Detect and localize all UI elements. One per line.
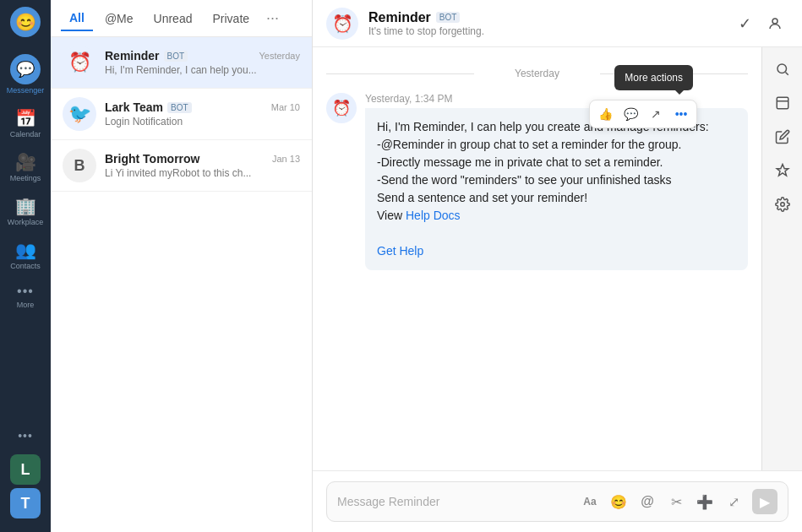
- sidebar-item-workplace[interactable]: 🏢 Workplace: [0, 189, 51, 233]
- bot-badge: BOT: [164, 51, 188, 62]
- chat-item-info: Reminder BOT Yesterday Hi, I'm Reminder,…: [105, 49, 300, 76]
- scissors-button[interactable]: ✂: [664, 490, 688, 513]
- chat-item-header: Reminder BOT Yesterday: [105, 49, 300, 62]
- svg-line-2: [785, 72, 788, 74]
- header-bot-badge: BOT: [436, 12, 461, 23]
- chat-main: ⏰ Reminder BOT It's time to stop forgett…: [313, 0, 802, 532]
- list-item[interactable]: 🐦 Lark Team BOT Mar 10 Login Notificatio…: [51, 89, 312, 140]
- chat-list-panel: All @Me Unread Private ··· ⏰ Reminder BO…: [51, 0, 313, 532]
- chat-item-preview: Hi, I'm Reminder, I can help you...: [105, 64, 300, 76]
- input-tools: Aa 😊 @ ✂ ➕ ⤢: [578, 490, 745, 513]
- avatar: B: [63, 149, 96, 182]
- edit-toolbar-button[interactable]: [767, 122, 798, 152]
- avatar: ⏰: [63, 46, 96, 79]
- message-content: Yesterday, 1:34 PM 👍 💬 ↗ ••• More action…: [365, 93, 748, 270]
- chat-item-header: Lark Team BOT Mar 10: [105, 100, 300, 114]
- send-button[interactable]: ▶: [752, 489, 777, 514]
- chat-item-preview: Login Notification: [105, 116, 300, 128]
- input-area: Aa 😊 @ ✂ ➕ ⤢ ▶: [313, 470, 802, 532]
- messages-area: Yesterday ⏰ Yesterday, 1:34 PM 👍 💬 ↗ •••: [313, 47, 761, 470]
- message-bubble: 👍 💬 ↗ ••• More actions Hi, I'm Reminder,…: [365, 108, 748, 270]
- message-text: Hi, I'm Reminder, I can help you create …: [377, 120, 709, 222]
- chat-header-avatar: ⏰: [326, 8, 358, 40]
- search-toolbar-button[interactable]: [767, 54, 798, 84]
- sidebar-item-more[interactable]: ••• More: [0, 277, 51, 316]
- settings-toolbar-button[interactable]: [767, 189, 798, 220]
- chat-item-name: Lark Team BOT: [105, 100, 192, 114]
- chat-list-more-button[interactable]: ···: [261, 6, 284, 30]
- list-item[interactable]: ⏰ Reminder BOT Yesterday Hi, I'm Reminde…: [51, 37, 312, 89]
- sidebar-bottom: ••• L T: [10, 421, 41, 525]
- messenger-icon: 💬: [10, 54, 41, 84]
- chat-items: ⏰ Reminder BOT Yesterday Hi, I'm Reminde…: [51, 37, 312, 532]
- meetings-icon: 🎥: [15, 152, 36, 172]
- apps-grid-button[interactable]: •••: [10, 421, 41, 451]
- chat-item-name: Bright Tomorrow: [105, 152, 200, 166]
- chat-header-info: Reminder BOT It's time to stop forgettin…: [368, 10, 721, 37]
- chat-list-tabs: All @Me Unread Private ···: [51, 0, 312, 37]
- font-size-button[interactable]: Aa: [578, 490, 602, 513]
- chat-item-time: Yesterday: [259, 51, 300, 61]
- chat-item-name: Reminder BOT: [105, 49, 188, 62]
- sidebar-item-meetings[interactable]: 🎥 Meetings: [0, 145, 51, 189]
- sidebar-item-workplace-label: Workplace: [8, 218, 43, 226]
- chat-item-header: Bright Tomorrow Jan 13: [105, 152, 300, 166]
- right-toolbar: [761, 47, 802, 470]
- calendar-icon: 📅: [15, 108, 36, 128]
- svg-point-0: [772, 19, 777, 24]
- chat-item-info: Lark Team BOT Mar 10 Login Notification: [105, 100, 300, 128]
- sidebar-item-contacts[interactable]: 👥 Contacts: [0, 233, 51, 277]
- chat-item-preview: Li Yi invited myRobot to this ch...: [105, 167, 300, 179]
- message-row: ⏰ Yesterday, 1:34 PM 👍 💬 ↗ ••• More acti…: [326, 93, 748, 270]
- expand-button[interactable]: ⤢: [722, 490, 745, 513]
- tab-private[interactable]: Private: [204, 7, 258, 30]
- emoji-react-button[interactable]: 👍: [593, 102, 617, 126]
- emoji-button[interactable]: 😊: [607, 490, 630, 513]
- svg-point-1: [777, 64, 787, 73]
- chat-header-bar: ⏰ Reminder BOT It's time to stop forgett…: [313, 0, 802, 47]
- help-docs-link[interactable]: Help Docs: [406, 209, 461, 222]
- chat-item-time: Mar 10: [271, 102, 300, 112]
- avatar: 🐦: [63, 97, 96, 131]
- contacts-icon: 👥: [15, 240, 36, 260]
- sidebar-item-calendar[interactable]: 📅 Calendar: [0, 101, 51, 145]
- tab-unread[interactable]: Unread: [145, 7, 201, 30]
- tab-all[interactable]: All: [61, 6, 93, 31]
- tab-at-me[interactable]: @Me: [96, 7, 142, 30]
- get-help-link[interactable]: Get Help: [377, 244, 423, 258]
- svg-rect-3: [777, 97, 788, 109]
- forward-button[interactable]: ↗: [644, 102, 668, 126]
- message-input-box: Aa 😊 @ ✂ ➕ ⤢ ▶: [326, 481, 788, 522]
- user-t-button[interactable]: T: [10, 488, 41, 518]
- more-icon: •••: [17, 284, 34, 299]
- sidebar-item-messenger-label: Messenger: [7, 86, 45, 95]
- files-toolbar-button[interactable]: [767, 88, 798, 118]
- more-actions-tooltip: More actions: [614, 65, 693, 90]
- bot-badge: BOT: [167, 102, 192, 113]
- chat-header-subtitle: It's time to stop forgetting.: [368, 25, 721, 37]
- user-l-button[interactable]: L: [10, 454, 41, 485]
- message-input[interactable]: [337, 495, 571, 508]
- message-actions: 👍 💬 ↗ ••• More actions: [589, 100, 697, 128]
- check-button[interactable]: ✓: [731, 10, 758, 37]
- add-button[interactable]: ➕: [693, 490, 717, 513]
- person-button[interactable]: [761, 10, 788, 37]
- more-actions-button[interactable]: ••• More actions: [669, 102, 693, 126]
- sidebar-item-more-label: More: [17, 301, 35, 309]
- pin-toolbar-button[interactable]: [767, 155, 798, 186]
- chat-item-info: Bright Tomorrow Jan 13 Li Yi invited myR…: [105, 152, 300, 179]
- svg-point-5: [780, 203, 784, 207]
- sidebar-item-messenger[interactable]: 💬 Messenger: [0, 47, 51, 101]
- chat-header-actions: ✓: [731, 10, 788, 37]
- user-avatar[interactable]: 😊: [10, 7, 41, 37]
- sidebar-item-calendar-label: Calendar: [10, 130, 41, 138]
- at-button[interactable]: @: [636, 490, 659, 513]
- chat-header-name: Reminder BOT: [368, 10, 721, 25]
- chat-item-time: Jan 13: [272, 154, 300, 164]
- sidebar-item-contacts-label: Contacts: [10, 262, 41, 270]
- sidebar-item-meetings-label: Meetings: [10, 174, 41, 182]
- list-item[interactable]: B Bright Tomorrow Jan 13 Li Yi invited m…: [51, 140, 312, 192]
- workplace-icon: 🏢: [15, 196, 36, 216]
- comment-button[interactable]: 💬: [619, 102, 642, 126]
- sidebar: 😊 💬 Messenger 📅 Calendar 🎥 Meetings 🏢 Wo…: [0, 0, 51, 532]
